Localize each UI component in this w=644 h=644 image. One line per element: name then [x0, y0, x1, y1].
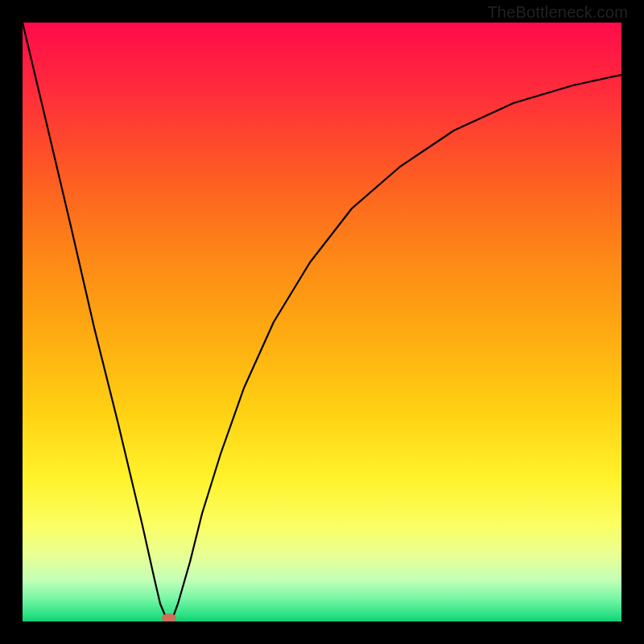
chart-frame: TheBottleneck.com: [0, 0, 644, 644]
bottleneck-curve: [23, 23, 621, 619]
watermark-text: TheBottleneck.com: [487, 3, 628, 22]
plot-area: [23, 23, 621, 621]
curve-layer: [23, 23, 621, 621]
